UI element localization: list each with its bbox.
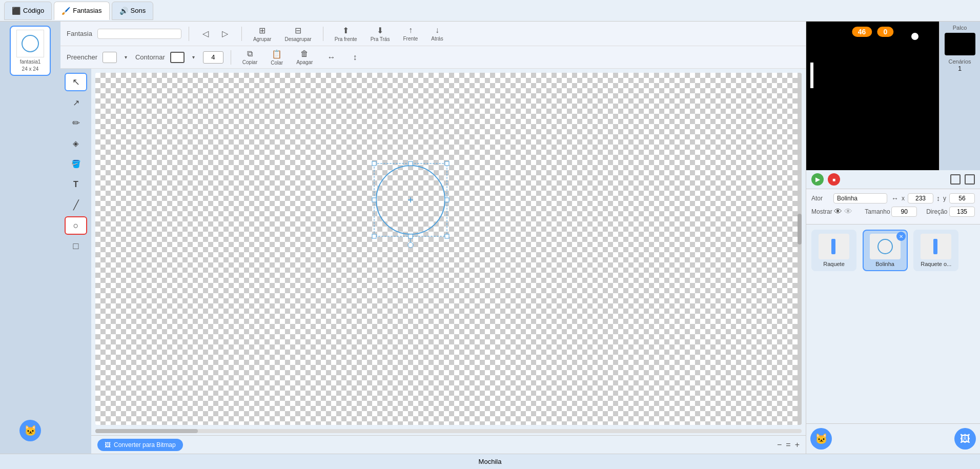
size-input[interactable]: [891, 207, 917, 217]
add-actor-button[interactable]: 🐱: [810, 428, 832, 450]
tool-circle[interactable]: ○: [65, 216, 87, 235]
forward-label: Frente: [403, 36, 418, 42]
canvas-vscroll[interactable]: [798, 73, 802, 425]
actors-section: Raquete ✕ Bolinha Raquete o...: [806, 225, 980, 423]
tool-line[interactable]: ╱: [65, 196, 87, 214]
arrow-right-button[interactable]: ▷: [216, 27, 234, 40]
paste-button[interactable]: 📋 Colar: [267, 48, 287, 67]
convert-bitmap-button[interactable]: 🖼 Converter para Bitmap: [97, 439, 183, 451]
svg-rect-5: [445, 161, 449, 166]
tool-select2[interactable]: ↗: [65, 93, 87, 112]
delete-label: Apagar: [296, 59, 313, 65]
add-scene-button[interactable]: 🖼: [954, 428, 976, 450]
group-button[interactable]: ⊞ Agrupar: [249, 24, 276, 44]
paint-icon: 🖌️: [62, 7, 70, 15]
flip-v-button[interactable]: ↕: [345, 51, 364, 64]
show-eye-button[interactable]: 👁: [834, 207, 842, 216]
ungroup-button[interactable]: ⊟ Desagrupar: [280, 24, 315, 44]
back-label: Pra Trás: [371, 36, 390, 42]
svg-rect-4: [409, 161, 413, 166]
paste-label: Colar: [271, 60, 283, 66]
actor-card-raquete2[interactable]: Raquete o...: [913, 230, 958, 271]
canvas-hscroll[interactable]: [95, 429, 802, 433]
hide-eye-button[interactable]: 👁: [844, 207, 852, 216]
svg-rect-9: [409, 234, 413, 238]
canvas-svg: [95, 73, 802, 425]
actor-name-input[interactable]: [833, 193, 887, 203]
tool-fill[interactable]: 🪣: [65, 155, 87, 173]
tab-sons-label: Sons: [131, 7, 146, 14]
tool-pencil[interactable]: ✏: [65, 114, 87, 132]
palco-section: Palco Cenários 1: [939, 22, 980, 170]
costume-thumbnail[interactable]: fantasia1 24 x 24: [10, 26, 51, 76]
tool-rect[interactable]: □: [65, 237, 87, 255]
group-icon: ⊞: [259, 26, 266, 35]
outline-label: Contornar: [135, 53, 165, 61]
copy-button[interactable]: ⧉ Copiar: [238, 48, 261, 67]
zoom-reset-button[interactable]: =: [786, 440, 790, 450]
convert-label: Converter para Bitmap: [114, 441, 176, 448]
fill-dropdown[interactable]: ▾: [122, 53, 130, 61]
fantasy-name-input[interactable]: fantasia1: [97, 29, 181, 39]
tool-text[interactable]: T: [65, 175, 87, 194]
raquete2-thumb: [921, 234, 951, 259]
costume-name: fantasia1: [20, 59, 41, 65]
actor-card-bolinha[interactable]: ✕ Bolinha: [863, 230, 908, 271]
green-flag-button[interactable]: ▶: [811, 173, 824, 186]
svg-rect-8: [372, 234, 376, 238]
fullscreen-button[interactable]: [950, 174, 961, 185]
convert-icon: 🖼: [105, 441, 111, 448]
sep3: [323, 27, 323, 41]
backward-label: Atrás: [431, 36, 443, 42]
outline-size-input[interactable]: [203, 51, 223, 64]
back-button[interactable]: ⬇ Pra Trás: [366, 24, 394, 44]
left-panel: fantasia1 24 x 24 🐱: [0, 22, 60, 454]
forward-button[interactable]: ↑ Frente: [399, 24, 422, 43]
group-label: Agrupar: [253, 36, 272, 42]
svg-rect-6: [372, 198, 376, 202]
outline-dropdown[interactable]: ▾: [190, 53, 198, 61]
actor-show-row: Mostrar 👁 👁 Tamanho Direção: [811, 207, 975, 217]
toolbar-row2: Preencher ▾ Contornar ▾ ⧉ Copiar 📋 Colar…: [60, 46, 806, 69]
backward-button[interactable]: ↓ Atrás: [427, 24, 447, 43]
paint-canvas[interactable]: [95, 73, 802, 425]
tool-eraser[interactable]: ◈: [65, 134, 87, 153]
palco-thumb[interactable]: [945, 33, 975, 55]
size-label: Tamanho: [865, 208, 887, 215]
delete-button[interactable]: 🗑 Apagar: [292, 48, 317, 67]
stage-ball: [911, 33, 918, 40]
zoom-in-button[interactable]: +: [795, 440, 800, 450]
actor-label: Ator: [811, 195, 829, 202]
svg-point-11: [408, 242, 413, 248]
coord-group: ↔ x ↕ y: [891, 193, 975, 203]
y-arrow-icon: ↕: [936, 194, 940, 202]
delete-bolinha-button[interactable]: ✕: [896, 232, 906, 241]
direction-input[interactable]: [949, 207, 975, 217]
flip-h-button[interactable]: ↔: [322, 51, 340, 64]
expand-button[interactable]: [965, 174, 975, 185]
outline-color-swatch[interactable]: [170, 52, 185, 63]
tab-code[interactable]: ⬛ Código: [4, 2, 52, 20]
add-costume-button[interactable]: 🐱: [19, 420, 41, 441]
y-input[interactable]: [949, 193, 975, 203]
fill-label: Preencher: [67, 53, 97, 61]
raquete-label: Raquete: [823, 261, 845, 267]
front-button[interactable]: ⬆ Pra frente: [331, 24, 361, 44]
svg-rect-15: [831, 239, 835, 254]
arrow-left-button[interactable]: ◁: [196, 27, 215, 40]
tab-sons[interactable]: 🔊 Sons: [112, 2, 154, 20]
tab-fantasias[interactable]: 🖌️ Fantasias: [54, 2, 109, 20]
zoom-out-button[interactable]: −: [777, 440, 782, 450]
actor-card-raquete[interactable]: Raquete: [811, 230, 856, 271]
stage-scores: 46 0: [852, 27, 893, 37]
tool-select[interactable]: ↖: [65, 73, 87, 91]
fill-color-swatch[interactable]: [103, 52, 117, 63]
copy-label: Copiar: [242, 59, 257, 65]
stop-button[interactable]: ■: [828, 173, 840, 186]
x-input[interactable]: [908, 193, 933, 203]
back-icon: ⬇: [377, 26, 383, 35]
front-icon: ⬆: [342, 26, 349, 35]
paint-area: ↖ ↗ ✏ ◈ 🪣 T ╱ ○ □: [60, 69, 806, 454]
code-icon: ⬛: [12, 7, 21, 15]
arrow-left-icon: ◁: [202, 29, 209, 38]
